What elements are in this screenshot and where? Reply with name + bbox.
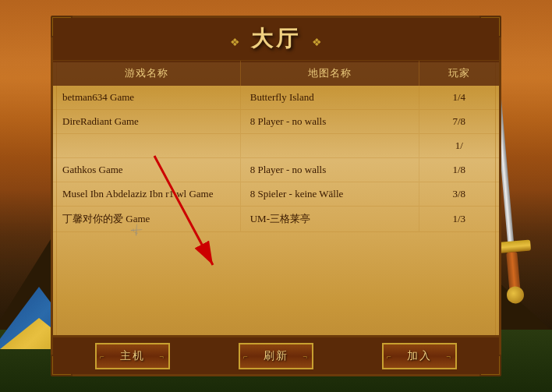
title-decoration-left: ❖: [230, 36, 240, 49]
table-container: 游戏名称 地图名称 玩家 betman634 Game Butterfly Is…: [53, 61, 499, 232]
player-count: 1/3: [419, 207, 499, 232]
table-row[interactable]: Musel Ibn Abdelaziz Ibn r1 wl Game 8 Spi…: [53, 182, 499, 207]
game-name: 丁馨对你的爱 Game: [53, 207, 240, 232]
table-row[interactable]: 1/: [53, 134, 499, 158]
map-name: Butterfly Island: [240, 86, 419, 110]
header-name: 游戏名称: [53, 61, 240, 86]
player-count: 1/8: [419, 158, 499, 182]
game-name: Gathkos Game: [53, 158, 240, 182]
sword-handle: [506, 252, 520, 291]
buttons-area: 主机 刷新 加入: [53, 335, 499, 374]
player-count: 1/: [419, 134, 499, 158]
table-row[interactable]: DireRadiant Game 8 Player - no walls 7/8: [53, 110, 499, 134]
main-panel: ❖ 大厅 ❖ 游戏名称 地图名称 玩家 betman63: [51, 16, 501, 376]
page-title: 大厅: [251, 26, 301, 51]
title-decoration-right: ❖: [312, 36, 322, 49]
title-area: ❖ 大厅 ❖: [53, 18, 499, 62]
map-name: 8 Player - no walls: [240, 110, 419, 134]
table-row[interactable]: Gathkos Game 8 Player - no walls 1/8: [53, 158, 499, 182]
map-name: 8 Spieler - keine Wälle: [240, 182, 419, 207]
table-header: 游戏名称 地图名称 玩家: [53, 61, 499, 86]
map-name: [240, 134, 419, 158]
game-table: 游戏名称 地图名称 玩家 betman634 Game Butterfly Is…: [53, 61, 499, 232]
host-button[interactable]: 主机: [95, 343, 170, 369]
table-row[interactable]: 丁馨对你的爱 Game UM-三格莱亭 1/3: [53, 207, 499, 232]
panel-inner: ❖ 大厅 ❖ 游戏名称 地图名称 玩家 betman63: [53, 18, 499, 374]
player-count: 7/8: [419, 110, 499, 134]
content-area: 游戏名称 地图名称 玩家 betman634 Game Butterfly Is…: [53, 61, 499, 335]
map-name: 8 Player - no walls: [240, 158, 419, 182]
header-map: 地图名称: [240, 61, 419, 86]
refresh-button[interactable]: 刷新: [239, 343, 313, 369]
player-count: 1/4: [419, 86, 499, 110]
game-name: betman634 Game: [53, 86, 240, 110]
table-body: betman634 Game Butterfly Island 1/4 Dire…: [53, 86, 499, 232]
join-button[interactable]: 加入: [382, 343, 457, 369]
table-row[interactable]: betman634 Game Butterfly Island 1/4: [53, 86, 499, 110]
map-name: UM-三格莱亭: [240, 207, 419, 232]
header-players: 玩家: [419, 61, 499, 86]
game-name: DireRadiant Game: [53, 110, 240, 134]
game-name: Musel Ibn Abdelaziz Ibn r1 wl Game: [53, 182, 240, 207]
player-count: 3/8: [419, 182, 499, 207]
game-name: [53, 134, 240, 158]
